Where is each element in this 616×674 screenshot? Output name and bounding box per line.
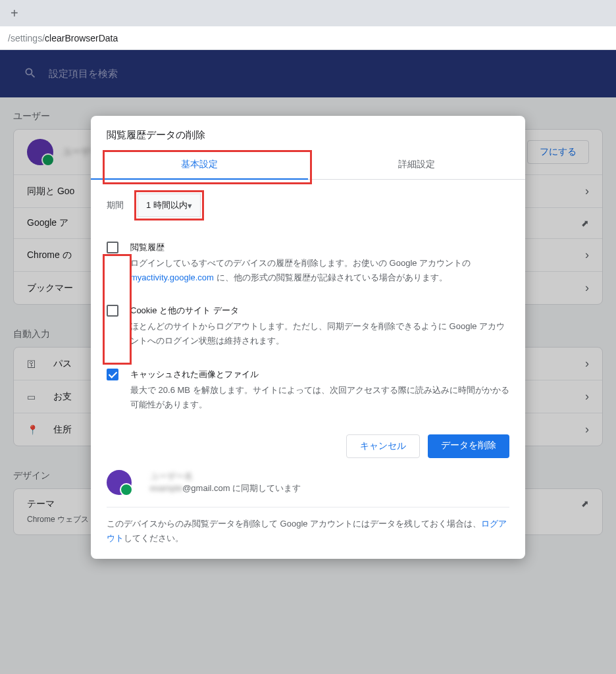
highlight-period: 1 時間以内 ▾ — [134, 190, 204, 220]
opt3-title: キャッシュされた画像とファイル — [130, 367, 509, 382]
tab-basic[interactable]: 基本設定 — [91, 151, 308, 180]
opt2-title: Cookie と他のサイト データ — [130, 303, 509, 318]
tab-strip: + — [0, 0, 616, 26]
url-prefix: /settings/ — [8, 33, 45, 43]
dialog-title: 閲覧履歴データの削除 — [91, 116, 525, 151]
option-cookies: Cookie と他のサイト データ ほとんどのサイトからログアウトします。ただし… — [107, 297, 509, 360]
option-browsing-history: 閲覧履歴 ログインしているすべてのデバイスの履歴を削除します。お使いの Goog… — [107, 234, 509, 297]
clear-data-dialog: 閲覧履歴データの削除 基本設定 詳細設定 期間 1 時間以内 ▾ 閲覧履歴 ログ… — [91, 116, 525, 559]
cancel-button[interactable]: キャンセル — [346, 434, 420, 458]
sync-account-row: ユーザー名 example@gmail.com に同期しています — [91, 463, 525, 502]
sync-avatar — [107, 470, 132, 495]
period-select[interactable]: 1 時間以内 ▾ — [138, 194, 201, 217]
url-page: clearBrowserData — [45, 33, 118, 43]
myactivity-link[interactable]: myactivity.google.com — [130, 272, 214, 282]
opt1-title: 閲覧履歴 — [130, 240, 509, 255]
new-tab-button[interactable]: + — [5, 3, 24, 24]
address-bar[interactable]: /settings/clearBrowserData — [0, 26, 616, 50]
checkbox-browsing-history[interactable] — [107, 242, 118, 253]
checkbox-cache[interactable] — [107, 369, 118, 380]
clear-data-button[interactable]: データを削除 — [428, 434, 509, 458]
divider — [107, 507, 509, 507]
footer-note: このデバイスからのみ閲覧データを削除して Google アカウントにはデータを残… — [91, 517, 525, 546]
option-cache: キャッシュされた画像とファイル 最大で 20.6 MB を解放します。サイトによ… — [107, 361, 509, 424]
dialog-tabs: 基本設定 詳細設定 — [91, 151, 525, 180]
period-label: 期間 — [107, 199, 124, 211]
checkbox-cookies[interactable] — [107, 305, 118, 317]
period-value: 1 時間以内 — [146, 199, 188, 211]
tab-advanced[interactable]: 詳細設定 — [308, 151, 525, 180]
caret-down-icon: ▾ — [188, 201, 192, 211]
